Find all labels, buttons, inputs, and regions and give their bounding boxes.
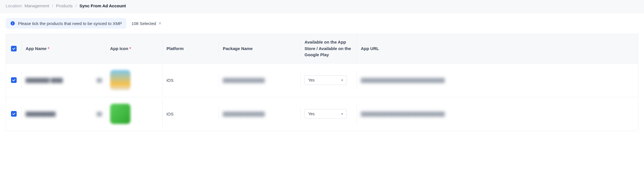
required-star-icon: * (129, 46, 131, 51)
row-checkbox-cell (6, 72, 22, 88)
breadcrumb-item-current: Sync From Ad Account (79, 3, 126, 8)
row-checkbox-cell (6, 106, 22, 122)
svg-rect-2 (12, 22, 13, 23)
app-name-suffix: · ██ (95, 78, 102, 82)
chevron-down-icon: ▾ (341, 112, 343, 116)
breadcrumb-item-products[interactable]: Products (56, 3, 73, 8)
header-package-name: Package Name (219, 41, 301, 56)
table-row: ████████ ████ · ██ iOS ██████████████ Ye… (6, 63, 638, 97)
table-row: ██████████ ██ iOS ██████████████ Yes ▾ █… (6, 97, 638, 131)
info-banner-text: Please tick the products that need to be… (18, 21, 122, 26)
clear-selection-icon[interactable]: ✕ (158, 21, 162, 25)
cell-available: Yes ▾ (301, 104, 357, 124)
app-name-value: ██████████ (26, 112, 55, 116)
row-checkbox[interactable] (11, 77, 17, 83)
svg-rect-1 (12, 23, 13, 24)
info-row: Please tick the products that need to be… (0, 13, 644, 31)
package-name-value: ██████████████ (223, 78, 265, 83)
available-select[interactable]: Yes ▾ (305, 109, 347, 119)
header-app-name: App Name* (22, 41, 106, 56)
cell-app-name: ██████████ ██ (22, 107, 106, 121)
app-icon-image (110, 70, 130, 90)
breadcrumb-item-management[interactable]: Management (25, 3, 49, 8)
header-app-icon-label: App Icon (110, 46, 128, 51)
cell-app-name: ████████ ████ · ██ (22, 73, 106, 88)
header-app-url: App URL (357, 41, 638, 56)
header-checkbox-cell (6, 41, 22, 56)
app-name-suffix: ██ (97, 112, 102, 116)
app-url-value: ████████████████████████████ (361, 112, 445, 116)
info-icon (10, 21, 15, 26)
table-header: App Name* App Icon* Platform Package Nam… (6, 34, 638, 63)
cell-package-name: ██████████████ (219, 73, 301, 88)
breadcrumb-separator: / (74, 3, 78, 8)
header-app-icon: App Icon* (106, 41, 163, 56)
breadcrumb: Location: Management / Products / Sync F… (0, 0, 644, 13)
breadcrumb-separator: / (51, 3, 54, 8)
selected-count-label: 108 Selected (132, 21, 156, 26)
header-available: Available on the App Store / Available o… (301, 34, 357, 63)
cell-package-name: ██████████████ (219, 107, 301, 121)
header-app-name-label: App Name (26, 46, 46, 51)
info-banner: Please tick the products that need to be… (6, 18, 126, 29)
cell-app-url: ████████████████████████████ (357, 73, 638, 88)
cell-app-icon (106, 65, 163, 95)
available-select-value: Yes (308, 112, 315, 116)
package-name-value: ██████████████ (223, 112, 265, 116)
breadcrumb-location-label: Location: (6, 3, 23, 8)
app-icon-image (110, 104, 130, 124)
app-name-value: ████████ ████ (26, 78, 63, 83)
cell-platform: iOS (163, 73, 219, 88)
row-checkbox[interactable] (11, 111, 17, 117)
selected-count-chip: 108 Selected ✕ (132, 21, 162, 26)
available-select[interactable]: Yes ▾ (305, 75, 347, 85)
available-select-value: Yes (308, 78, 315, 82)
app-url-value: ████████████████████████████ (361, 78, 445, 83)
header-platform: Platform (163, 41, 219, 56)
cell-app-icon (106, 99, 163, 129)
required-star-icon: * (48, 46, 49, 51)
chevron-down-icon: ▾ (341, 78, 343, 82)
cell-app-url: ████████████████████████████ (357, 107, 638, 121)
cell-platform: iOS (163, 107, 219, 121)
products-table: App Name* App Icon* Platform Package Nam… (6, 34, 638, 131)
select-all-checkbox[interactable] (11, 46, 17, 51)
cell-available: Yes ▾ (301, 70, 357, 90)
